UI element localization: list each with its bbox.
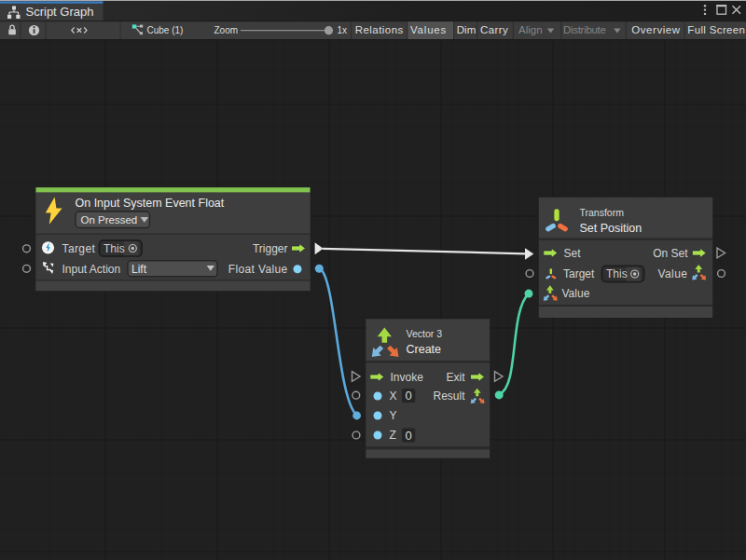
svg-text:0: 0 (406, 429, 412, 443)
svg-text:Relations: Relations (355, 24, 404, 35)
svg-text:On Input System Event Float: On Input System Event Float (76, 197, 225, 210)
svg-text:Set Position: Set Position (580, 222, 642, 235)
svg-text:Create: Create (407, 343, 442, 356)
svg-text:Overview: Overview (631, 24, 680, 35)
svg-text:Exit: Exit (446, 371, 465, 384)
svg-text:Float Value: Float Value (228, 263, 288, 276)
svg-text:Dim: Dim (457, 24, 476, 35)
svg-text:X: X (390, 389, 397, 403)
svg-text:On Pressed: On Pressed (81, 214, 138, 225)
svg-text:Cube (1): Cube (1) (147, 25, 184, 35)
svg-text:Invoke: Invoke (391, 371, 424, 384)
svg-text:Input Action: Input Action (62, 263, 121, 276)
svg-text:This: This (606, 267, 628, 280)
svg-text:Align: Align (518, 24, 543, 35)
svg-text:1x: 1x (338, 25, 348, 35)
svg-text:Value: Value (657, 267, 687, 280)
svg-text:Target: Target (62, 242, 96, 255)
svg-text:On Set: On Set (653, 247, 688, 260)
svg-text:Value: Value (562, 287, 590, 300)
svg-text:This: This (104, 242, 125, 255)
svg-text:Trigger: Trigger (253, 242, 288, 255)
svg-text:Lift: Lift (131, 263, 147, 276)
svg-text:Target: Target (563, 267, 595, 280)
svg-text:Values: Values (410, 24, 447, 35)
svg-text:Result: Result (433, 389, 465, 403)
svg-text:Transform: Transform (580, 207, 625, 218)
svg-text:Script Graph: Script Graph (26, 5, 94, 19)
svg-text:Vector 3: Vector 3 (407, 328, 443, 339)
svg-text:Z: Z (390, 429, 396, 442)
svg-text:Carry: Carry (480, 24, 508, 35)
svg-text:Y: Y (390, 409, 397, 422)
svg-text:Distribute: Distribute (563, 24, 606, 35)
svg-text:Zoom: Zoom (214, 25, 239, 35)
svg-text:0: 0 (406, 389, 412, 403)
svg-text:Set: Set (564, 247, 582, 260)
svg-text:Full Screen: Full Screen (687, 24, 745, 35)
